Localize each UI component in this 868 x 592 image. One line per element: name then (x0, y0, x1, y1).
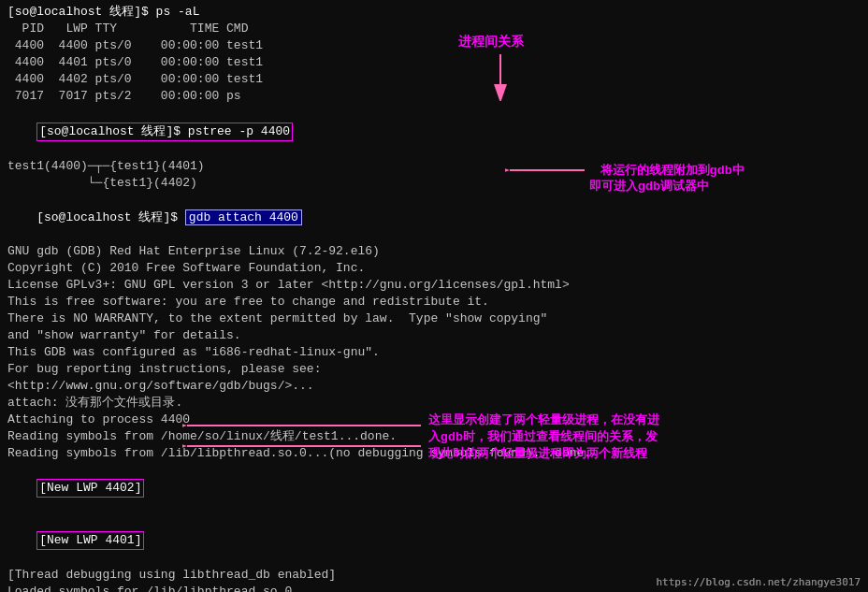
line-11: GNU gdb (GDB) Red Hat Enterprise Linux (… (7, 243, 861, 260)
line-4: 4400 4401 pts/0 00:00:00 test1 (7, 54, 861, 71)
line-6: 7017 7017 pts/2 00:00:00 ps (7, 88, 861, 105)
line-8: test1(4400)─┬─{test1}(4401) (7, 158, 861, 175)
line-15: There is NO WARRANTY, to the extent perm… (7, 310, 861, 327)
line-25: [New LWP 4401] (7, 514, 861, 567)
lwp-4402-box: [New LWP 4402] (36, 479, 144, 498)
line-23: Reading symbols from /lib/libpthread.so.… (7, 445, 861, 462)
line-17: This GDB was configured as "i686-redhat-… (7, 344, 861, 361)
line-2: PID LWP TTY TIME CMD (7, 21, 861, 37)
line-3: 4400 4400 pts/0 00:00:00 test1 (7, 37, 861, 54)
terminal: [so@localhost 线程]$ ps -aL PID LWP TTY TI… (0, 0, 868, 592)
pstree-box: [so@localhost 线程]$ pstree -p 4400 (36, 123, 293, 141)
watermark-text: https://blog.csdn.net/zhangye3017 (656, 576, 861, 588)
line-1: [so@localhost 线程]$ ps -aL (7, 4, 861, 21)
line-10: [so@localhost 线程]$ gdb attach 4400 (7, 193, 861, 243)
line-14: This is free software: you are free to c… (7, 294, 861, 310)
line-7: [so@localhost 线程]$ pstree -p 4400 (7, 106, 861, 158)
gdb-cmd-box: gdb attach 4400 (185, 209, 302, 225)
line-21: Attaching to process 4400 (7, 412, 861, 428)
line-12: Copyright (C) 2010 Free Software Foundat… (7, 260, 861, 277)
line-22: Reading symbols from /home/so/linux/线程/t… (7, 428, 861, 445)
line-16: and "show warranty" for details. (7, 327, 861, 344)
prompt-10: [so@localhost 线程]$ (36, 210, 185, 224)
line-13: License GPLv3+: GNU GPL version 3 or lat… (7, 277, 861, 294)
line-24: [New LWP 4402] (7, 462, 861, 514)
line-18: For bug reporting instructions, please s… (7, 361, 861, 378)
line-9: └─{test1}(4402) (7, 175, 861, 192)
prompt-1: [so@localhost 线程]$ ps -aL (7, 5, 199, 19)
line-5: 4400 4402 pts/0 00:00:00 test1 (7, 71, 861, 88)
line-19: <http://www.gnu.org/software/gdb/bugs/>.… (7, 378, 861, 395)
line-20: attach: 没有那个文件或目录. (7, 395, 861, 412)
lwp-4401-box: [New LWP 4401] (36, 531, 144, 550)
